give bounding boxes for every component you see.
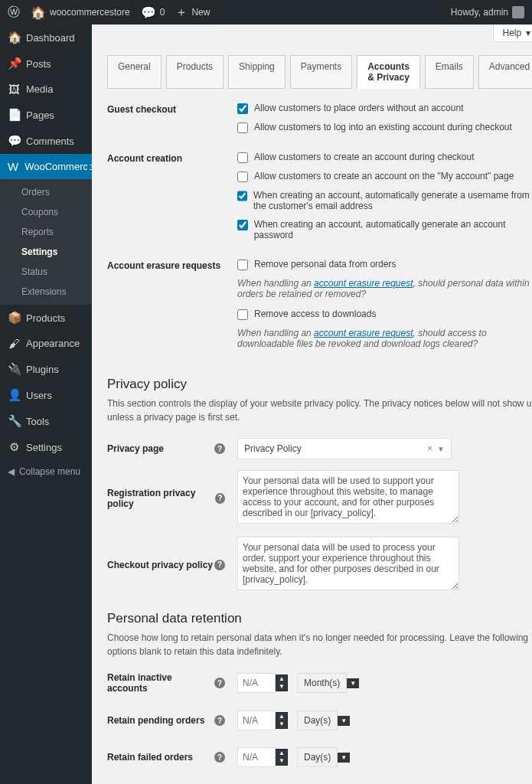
sidebar-item-label: Dashboard xyxy=(26,32,75,44)
submenu-item-coupons[interactable]: Coupons xyxy=(0,202,92,222)
tab-general[interactable]: General xyxy=(107,55,162,89)
submenu-item-orders[interactable]: Orders xyxy=(0,182,92,202)
tab-accounts-privacy[interactable]: Accounts & Privacy xyxy=(357,55,420,89)
sidebar-item-label: Products xyxy=(26,312,65,324)
sidebar-item-label: Settings xyxy=(26,442,62,453)
sidebar-item-pages[interactable]: 📄Pages xyxy=(0,102,92,128)
chevron-down-icon: ▾ xyxy=(526,28,530,38)
number-spinner[interactable]: ▲▼ xyxy=(276,712,288,729)
submenu-item-status[interactable]: Status xyxy=(0,262,92,282)
retention-unit-select[interactable]: Day(s) xyxy=(297,747,338,767)
registration-privacy-textarea[interactable] xyxy=(237,470,459,524)
help-icon[interactable]: ? xyxy=(214,715,225,726)
retention-row: Retain pending orders? ▲▼ Day(s) ▼ xyxy=(107,710,532,730)
clear-icon[interactable]: × xyxy=(423,443,437,454)
sidebar-item-tools[interactable]: 🔧Tools xyxy=(0,408,92,434)
help-icon[interactable]: ? xyxy=(215,493,225,504)
site-link[interactable]: 🏠woocommercestore xyxy=(31,5,130,20)
submenu-item-reports[interactable]: Reports xyxy=(0,222,92,242)
help-icon[interactable]: ? xyxy=(214,443,225,454)
sidebar-item-comments[interactable]: 💬Comments xyxy=(0,128,92,154)
guest-allow-orders[interactable]: Allow customers to place orders without … xyxy=(237,103,532,114)
chevron-down-icon[interactable]: ▼ xyxy=(338,716,350,726)
erasure-request-link-2[interactable]: account erasure request xyxy=(314,328,413,338)
avatar xyxy=(512,6,524,18)
retention-label: Retain failed orders xyxy=(107,752,193,763)
wp-logo[interactable]: ⓦ xyxy=(8,5,20,21)
sidebar-item-label: Comments xyxy=(26,136,74,147)
sidebar-item-label: Plugins xyxy=(26,364,59,375)
checkout-privacy-textarea[interactable] xyxy=(237,537,459,590)
erasure-remove-downloads[interactable]: Remove access to downloads xyxy=(237,309,532,320)
menu-icon: 🖌 xyxy=(8,337,20,350)
help-icon[interactable]: ? xyxy=(214,752,225,763)
retention-unit-select[interactable]: Day(s) xyxy=(297,710,338,730)
retention-label: Retain pending orders xyxy=(107,715,204,726)
new-link[interactable]: ＋New xyxy=(175,5,210,21)
admin-bar: ⓦ 🏠woocommercestore 💬0 ＋New Howdy, admin xyxy=(0,0,532,24)
erasure-remove-orders[interactable]: Remove personal data from orders xyxy=(237,259,532,270)
sidebar-item-products[interactable]: 📦Products xyxy=(0,305,92,331)
sidebar-item-appearance[interactable]: 🖌Appearance xyxy=(0,331,92,356)
admin-sidebar: 🏠Dashboard📌Posts🖼Media📄Pages💬Comments W … xyxy=(0,24,92,784)
retention-number-input[interactable] xyxy=(237,710,276,730)
privacy-page-select[interactable]: Privacy Policy ×▼ xyxy=(237,438,452,459)
retention-number-input[interactable] xyxy=(237,673,276,693)
guest-checkout-label: Guest checkout xyxy=(107,103,237,141)
erasure-hint-1: When handling an account erasure request… xyxy=(237,278,532,299)
menu-icon: 👤 xyxy=(8,388,20,402)
help-tab[interactable]: Help▾ xyxy=(493,24,532,42)
sidebar-item-label: WooCommerce xyxy=(24,161,93,172)
help-icon[interactable]: ? xyxy=(214,678,225,688)
help-icon[interactable]: ? xyxy=(214,560,225,570)
retention-number-input[interactable] xyxy=(237,747,276,767)
sidebar-item-settings[interactable]: ⚙Settings xyxy=(0,434,92,460)
sidebar-item-plugins[interactable]: 🔌Plugins xyxy=(0,356,92,382)
tab-payments[interactable]: Payments xyxy=(290,55,352,89)
sidebar-item-label: Users xyxy=(26,390,52,401)
submenu-item-extensions[interactable]: Extensions xyxy=(0,282,92,302)
account-creation-label: Account creation xyxy=(107,152,237,248)
sidebar-item-label: Posts xyxy=(26,58,51,70)
creation-during-checkout[interactable]: Allow customers to create an account dur… xyxy=(237,152,532,163)
tab-products[interactable]: Products xyxy=(166,55,224,89)
sidebar-item-woocommerce[interactable]: W WooCommerce xyxy=(0,154,92,179)
collapse-icon: ◀ xyxy=(8,466,15,477)
erasure-label: Account erasure requests xyxy=(107,259,237,358)
menu-icon: 📌 xyxy=(8,57,20,70)
retention-unit-select[interactable]: Month(s) xyxy=(297,673,347,693)
erasure-request-link-1[interactable]: account erasure request xyxy=(314,278,413,289)
tab-shipping[interactable]: Shipping xyxy=(228,55,286,89)
chevron-down-icon[interactable]: ▼ xyxy=(338,753,350,763)
howdy-link[interactable]: Howdy, admin xyxy=(451,6,524,18)
creation-auto-username[interactable]: When creating an account, automatically … xyxy=(237,190,532,211)
submenu-item-settings[interactable]: Settings xyxy=(0,242,92,262)
menu-icon: 🖼 xyxy=(8,83,20,96)
menu-icon: 🔧 xyxy=(8,414,20,428)
comments-link[interactable]: 💬0 xyxy=(141,5,165,20)
privacy-policy-desc: This section controls the display of you… xyxy=(107,397,532,424)
retention-row: Retain failed orders? ▲▼ Day(s) ▼ xyxy=(107,747,532,767)
number-spinner[interactable]: ▲▼ xyxy=(276,675,288,691)
tab-advanced[interactable]: Advanced xyxy=(478,55,532,89)
sidebar-item-users[interactable]: 👤Users xyxy=(0,382,92,408)
settings-tabs: GeneralProductsShippingPaymentsAccounts … xyxy=(107,55,532,89)
registration-privacy-label: Registration privacy policy xyxy=(107,488,215,509)
retention-title: Personal data retention xyxy=(107,611,532,626)
sidebar-item-label: Appearance xyxy=(26,338,80,349)
sidebar-item-label: Pages xyxy=(26,109,54,121)
sidebar-item-posts[interactable]: 📌Posts xyxy=(0,51,92,77)
collapse-menu[interactable]: ◀ Collapse menu xyxy=(0,460,92,483)
sidebar-item-dashboard[interactable]: 🏠Dashboard xyxy=(0,24,92,51)
number-spinner[interactable]: ▲▼ xyxy=(276,749,288,766)
woo-icon: W xyxy=(8,160,18,173)
sidebar-item-media[interactable]: 🖼Media xyxy=(0,77,92,102)
chevron-down-icon: ▼ xyxy=(437,445,445,453)
creation-my-account[interactable]: Allow customers to create an account on … xyxy=(237,171,532,182)
creation-auto-password[interactable]: When creating an account, automatically … xyxy=(237,219,532,240)
sidebar-item-label: Media xyxy=(26,83,53,95)
chevron-down-icon[interactable]: ▼ xyxy=(347,678,359,688)
guest-allow-login[interactable]: Allow customers to log into an existing … xyxy=(237,122,532,133)
privacy-page-label: Privacy page xyxy=(107,443,164,454)
tab-emails[interactable]: Emails xyxy=(425,55,474,89)
